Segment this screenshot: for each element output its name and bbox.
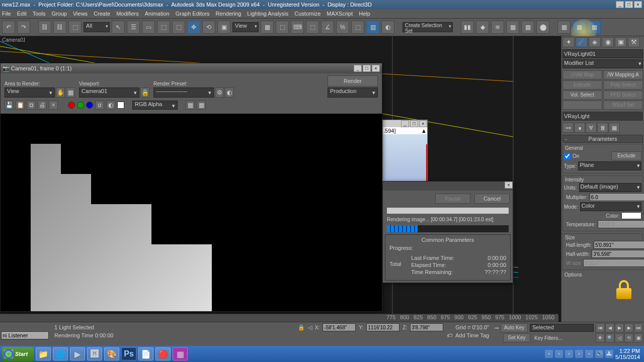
x-coord[interactable]	[323, 323, 356, 331]
area-edit[interactable]: ✋	[56, 87, 65, 98]
play[interactable]: ▶	[615, 323, 624, 332]
configure-sets-button[interactable]: ▦	[609, 123, 620, 133]
tab-hierarchy[interactable]: ◈	[589, 37, 601, 47]
pd-close[interactable]: ×	[505, 182, 513, 189]
temp-field[interactable]	[598, 220, 644, 228]
rw-minimize[interactable]: _	[354, 65, 362, 72]
ref-coord-dropdown[interactable]: View	[232, 22, 259, 32]
nav-fov[interactable]: ◁	[615, 333, 624, 342]
remove-modifier-button[interactable]: 🗑	[597, 123, 608, 133]
material-editor-button[interactable]: ⬤	[536, 21, 549, 34]
goto-start[interactable]: ⏮	[596, 323, 605, 332]
task-media[interactable]: ▶	[70, 347, 85, 360]
task-ps[interactable]: Ps	[121, 347, 136, 360]
align-button[interactable]: ◆	[476, 21, 489, 34]
angle-snap-toggle[interactable]: ∠	[321, 21, 334, 34]
mod-uvwmap[interactable]: UVW Map	[562, 70, 602, 79]
minimize-button[interactable]: _	[616, 1, 624, 8]
spinner-snap-button[interactable]: ⬚	[351, 21, 364, 34]
object-name-field[interactable]	[562, 49, 643, 58]
viewport-lock[interactable]: 🔒	[140, 87, 149, 98]
tray-5[interactable]: ▫	[585, 350, 593, 358]
menu-lighting[interactable]: Lighting Analysis	[247, 11, 288, 17]
unlink-button[interactable]: ⛓	[53, 21, 66, 34]
tab-create[interactable]: ✦	[562, 37, 575, 47]
print-image[interactable]: 🖨	[38, 101, 47, 110]
bg-color[interactable]	[117, 102, 124, 109]
lock-icon2[interactable]: 🔒	[298, 324, 305, 331]
tray-3[interactable]: ▫	[565, 350, 573, 358]
set-key-button[interactable]: Set Key	[503, 333, 530, 342]
mod-nsurf[interactable]: NSurf Sel	[603, 101, 643, 110]
snap-toggle[interactable]: ⬚	[306, 21, 319, 34]
nav-max[interactable]: ▣	[634, 333, 643, 342]
rollout-parameters[interactable]: -Parameters	[562, 135, 643, 143]
render-button[interactable]: ▦	[588, 21, 601, 34]
mode-dropdown2[interactable]: Production	[328, 87, 378, 98]
scale-button[interactable]: ▣	[217, 21, 230, 34]
task-explorer[interactable]: 📁	[36, 347, 51, 360]
window-crossing-button[interactable]: ⬚	[157, 21, 170, 34]
selection-filter[interactable]: All	[84, 22, 110, 32]
bind-button[interactable]: ⬚	[68, 21, 82, 34]
menu-views[interactable]: Views	[73, 11, 88, 17]
time-slider[interactable]: 775800 825850 875900 925950 9751000 1025…	[0, 314, 558, 322]
link-button[interactable]: ⛓	[38, 21, 51, 34]
start-button[interactable]: Start	[2, 347, 34, 361]
mirror-button[interactable]: ▮▮	[461, 21, 474, 34]
prev-frame[interactable]: ◀	[605, 323, 614, 332]
tray-2[interactable]: ▫	[555, 350, 563, 358]
tray-volume[interactable]: 🔊	[595, 350, 603, 358]
make-unique-button[interactable]: ∀	[586, 123, 597, 133]
menu-customize[interactable]: Customize	[294, 11, 320, 17]
menu-rendering[interactable]: Rendering	[216, 11, 242, 17]
next-frame[interactable]: ▶	[624, 323, 633, 332]
sub-scroll-up[interactable]: ▲	[421, 128, 427, 134]
mod-polyselect[interactable]: Poly Select	[603, 80, 643, 89]
menu-file[interactable]: File	[2, 11, 11, 17]
add-time-tag[interactable]: Add Time Tag	[455, 332, 489, 338]
save-image[interactable]: 💾	[5, 101, 14, 110]
multiplier-field[interactable]	[590, 193, 644, 201]
rendered-frame-button[interactable]: ▦	[573, 21, 586, 34]
mod-volselect[interactable]: Vol. Select	[562, 90, 602, 100]
auto-key-button[interactable]: Auto Key	[501, 323, 528, 332]
preset-dropdown[interactable]: -----------------	[153, 87, 214, 98]
channel-dropdown[interactable]: RGB Alpha	[132, 101, 178, 110]
menu-modifiers[interactable]: Modifiers	[116, 11, 139, 17]
exclude-button[interactable]: Exclude	[611, 151, 641, 160]
key-filters-button[interactable]: Key Filters...	[532, 335, 594, 341]
mod-ffdselect[interactable]: FFD Select	[603, 90, 643, 100]
task-ie[interactable]: 🌐	[53, 347, 68, 360]
curve-editor-button[interactable]: ▦	[506, 21, 519, 34]
tray-4[interactable]: ▫	[575, 350, 583, 358]
menu-maxscript[interactable]: MAXScript	[327, 11, 353, 17]
channel-alpha[interactable]: α	[95, 101, 104, 110]
toggle-ui1[interactable]: ▦	[186, 101, 195, 110]
tab-utilities[interactable]: ⚒	[628, 37, 640, 47]
paint-select-button[interactable]: ⬚	[172, 21, 185, 34]
edged-faces-button[interactable]: ▧	[366, 21, 379, 34]
y-coord[interactable]	[366, 323, 399, 331]
units-dropdown[interactable]: Default (image)	[579, 183, 641, 192]
channel-blue[interactable]	[86, 102, 93, 109]
nav-orbit[interactable]: ⟲	[624, 333, 633, 342]
rw-maximize[interactable]: □	[363, 65, 371, 72]
preset-env[interactable]: ◐	[225, 87, 234, 98]
sub-min[interactable]: _	[401, 120, 409, 127]
percent-snap-toggle[interactable]: %	[336, 21, 349, 34]
modifier-stack[interactable]: VRayLight	[562, 112, 643, 121]
toggle-ui2[interactable]: ▦	[197, 101, 206, 110]
close-button[interactable]: ×	[634, 1, 642, 8]
sub-max[interactable]: □	[410, 120, 418, 127]
select-button[interactable]: ↖	[112, 21, 125, 34]
task-app2[interactable]: 📄	[138, 347, 153, 360]
preset-setup[interactable]: ⚙	[215, 87, 224, 98]
copy-image[interactable]: 📋	[16, 101, 25, 110]
move-button[interactable]: ✥	[187, 21, 200, 34]
tab-motion[interactable]: ◉	[602, 37, 614, 47]
render-window-title-bar[interactable]: 📷 Camera01, frame 0 (1:1) _ □ ×	[1, 63, 382, 73]
sub-close[interactable]: ×	[419, 120, 427, 127]
mode-dropdown[interactable]: Color	[580, 202, 641, 211]
key-icon[interactable]: ⊸	[494, 325, 499, 331]
